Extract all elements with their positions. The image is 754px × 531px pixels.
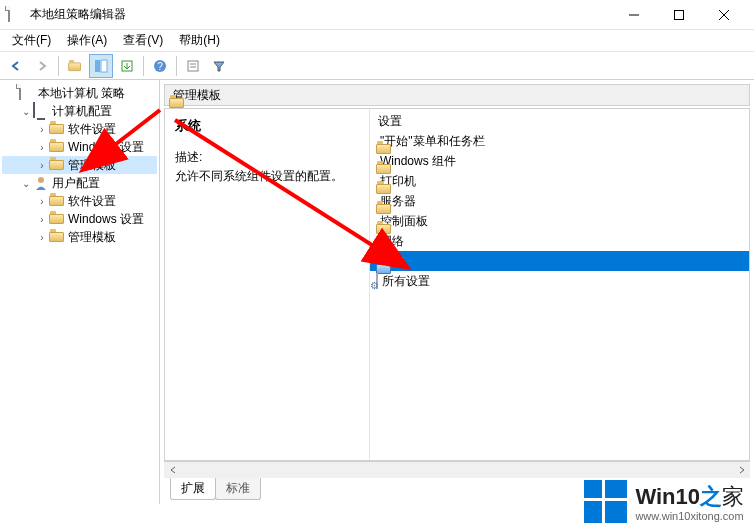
tree-root[interactable]: 本地计算机 策略: [2, 84, 157, 102]
toolbar-separator: [58, 56, 59, 76]
minimize-button[interactable]: [611, 0, 656, 30]
tree-uc-windows[interactable]: › Windows 设置: [2, 210, 157, 228]
properties-button[interactable]: [181, 54, 205, 78]
app-icon: [8, 7, 24, 23]
window-title: 本地组策略编辑器: [30, 6, 611, 23]
list-pane: 设置 "开始"菜单和任务栏Windows 组件打印机服务器控制面板网络系统所有设…: [370, 109, 749, 460]
tree-label: 管理模板: [68, 229, 116, 246]
tree-label: Windows 设置: [68, 139, 144, 156]
brand-main: Win10: [635, 484, 700, 509]
tree-label: 用户配置: [52, 175, 100, 192]
toolbar-separator: [176, 56, 177, 76]
folder-icon: [49, 211, 65, 227]
tree-uc-software[interactable]: › 软件设置: [2, 192, 157, 210]
tree-computer-config[interactable]: ⌄ 计算机配置: [2, 102, 157, 120]
list-item[interactable]: 服务器: [370, 191, 749, 211]
menubar: 文件(F) 操作(A) 查看(V) 帮助(H): [0, 30, 754, 52]
collapse-icon[interactable]: ›: [36, 142, 48, 153]
filter-button[interactable]: [207, 54, 231, 78]
column-header[interactable]: 设置: [370, 109, 749, 129]
tree-cc-software[interactable]: › 软件设置: [2, 120, 157, 138]
computer-icon: [33, 103, 49, 119]
export-button[interactable]: [115, 54, 139, 78]
tree-cc-admin[interactable]: › 管理模板: [2, 156, 157, 174]
collapse-icon[interactable]: ›: [36, 160, 48, 171]
list-item[interactable]: 网络: [370, 231, 749, 251]
folder-icon: [49, 193, 65, 209]
collapse-icon[interactable]: ›: [36, 214, 48, 225]
collapse-icon[interactable]: ›: [36, 196, 48, 207]
maximize-button[interactable]: [656, 0, 701, 30]
brand-url: www.win10xitong.com: [635, 510, 744, 522]
policy-icon: [19, 85, 35, 101]
tab-standard[interactable]: 标准: [215, 478, 261, 500]
collapse-icon[interactable]: ›: [36, 232, 48, 243]
forward-button[interactable]: [30, 54, 54, 78]
list-item[interactable]: 系统: [370, 251, 749, 271]
list-item[interactable]: 所有设置: [370, 271, 749, 291]
up-button[interactable]: [63, 54, 87, 78]
list-item-label: 所有设置: [382, 273, 430, 290]
menu-view[interactable]: 查看(V): [115, 30, 171, 51]
brand-zhi: 之: [700, 484, 722, 509]
settings-icon: [376, 274, 378, 288]
expand-icon[interactable]: ⌄: [20, 106, 32, 117]
svg-rect-1: [674, 10, 683, 19]
close-button[interactable]: [701, 0, 746, 30]
menu-file[interactable]: 文件(F): [4, 30, 59, 51]
list-item[interactable]: 控制面板: [370, 211, 749, 231]
toolbar: ?: [0, 52, 754, 80]
path-bar[interactable]: 管理模板: [164, 84, 750, 106]
horizontal-scrollbar[interactable]: [164, 461, 750, 478]
settings-list[interactable]: "开始"菜单和任务栏Windows 组件打印机服务器控制面板网络系统所有设置: [370, 129, 749, 293]
tree-label: 软件设置: [68, 193, 116, 210]
svg-text:?: ?: [157, 61, 163, 72]
svg-rect-4: [95, 60, 100, 72]
main-area: 本地计算机 策略 ⌄ 计算机配置 › 软件设置 › Windows 设置 › 管…: [0, 80, 754, 504]
tree-label: 管理模板: [68, 157, 116, 174]
tree-user-config[interactable]: ⌄ 用户配置: [2, 174, 157, 192]
folder-icon: [49, 229, 65, 245]
titlebar: 本地组策略编辑器: [0, 0, 754, 30]
back-button[interactable]: [4, 54, 28, 78]
help-button[interactable]: ?: [148, 54, 172, 78]
tree-label: 软件设置: [68, 121, 116, 138]
detail-heading: 系统: [175, 117, 359, 135]
list-item-label: Windows 组件: [380, 153, 456, 170]
tree-cc-windows[interactable]: › Windows 设置: [2, 138, 157, 156]
desc-label: 描述:: [175, 149, 359, 166]
collapse-icon[interactable]: ›: [36, 124, 48, 135]
tree-label: 本地计算机 策略: [38, 85, 125, 102]
scroll-left-button[interactable]: [164, 462, 181, 478]
brand-suffix: 家: [722, 484, 744, 509]
menu-action[interactable]: 操作(A): [59, 30, 115, 51]
folder-icon: [49, 139, 65, 155]
list-item-label: "开始"菜单和任务栏: [380, 133, 485, 150]
list-item[interactable]: 打印机: [370, 171, 749, 191]
tree-label: Windows 设置: [68, 211, 144, 228]
show-tree-button[interactable]: [89, 54, 113, 78]
watermark: Win10之家 www.win10xitong.com: [584, 480, 744, 523]
detail-split: 系统 描述: 允许不同系统组件设置的配置。 设置 "开始"菜单和任务栏Windo…: [164, 108, 750, 461]
tree-uc-admin[interactable]: › 管理模板: [2, 228, 157, 246]
menu-help[interactable]: 帮助(H): [171, 30, 228, 51]
user-icon: [33, 175, 49, 191]
folder-icon: [49, 157, 65, 173]
svg-rect-5: [101, 60, 107, 72]
expand-icon[interactable]: ⌄: [20, 178, 32, 189]
folder-icon: [49, 121, 65, 137]
toolbar-separator: [143, 56, 144, 76]
watermark-text: Win10之家 www.win10xitong.com: [635, 482, 744, 522]
window-controls: [611, 0, 746, 30]
scroll-right-button[interactable]: [733, 462, 750, 478]
list-item[interactable]: Windows 组件: [370, 151, 749, 171]
description-pane: 系统 描述: 允许不同系统组件设置的配置。: [165, 109, 370, 460]
tab-extended[interactable]: 扩展: [170, 478, 216, 500]
list-item[interactable]: "开始"菜单和任务栏: [370, 131, 749, 151]
desc-text: 允许不同系统组件设置的配置。: [175, 168, 359, 185]
windows-logo-icon: [584, 480, 627, 523]
tree-label: 计算机配置: [52, 103, 112, 120]
tree-pane[interactable]: 本地计算机 策略 ⌄ 计算机配置 › 软件设置 › Windows 设置 › 管…: [0, 80, 160, 504]
svg-rect-9: [188, 61, 198, 71]
svg-point-12: [38, 177, 44, 183]
